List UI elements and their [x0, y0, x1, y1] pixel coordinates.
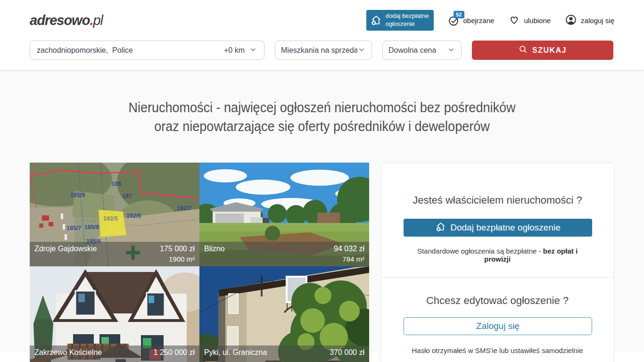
- header: adresowo.pl dodaj bezpłatne ogłosz: [30, 0, 614, 41]
- add-listing-label: dodaj bezpłatne ogłoszenie: [386, 12, 429, 28]
- listing-card[interactable]: Blizno 94 032 zł 784 m²: [199, 163, 369, 266]
- map-plot-label: 185/7: [66, 225, 81, 231]
- map-plot-label: 186: [111, 181, 121, 187]
- hero: Nieruchomości - najwięcej ogłoszeń nieru…: [30, 70, 614, 136]
- favorites-link[interactable]: ulubione: [508, 14, 551, 27]
- top-bar: adresowo.pl dodaj bezpłatne ogłosz: [0, 0, 644, 70]
- viewed-link[interactable]: 52 obejrzane: [448, 15, 495, 26]
- category-value: Mieszkania na sprzedaż: [281, 46, 357, 55]
- chevron-down-icon: [447, 45, 455, 56]
- viewed-count-badge: 52: [454, 11, 464, 18]
- login-link[interactable]: zaloguj się: [565, 14, 614, 27]
- header-actions: dodaj bezpłatne ogłoszenie 52 obejrzane: [366, 10, 614, 31]
- chevron-down-icon: [357, 45, 366, 56]
- check-circle-icon: 52: [448, 15, 460, 26]
- add-listing-panel-button[interactable]: Dodaj bezpłatne ogłoszenie: [404, 219, 592, 237]
- logo-tld: pl: [93, 13, 103, 28]
- listing-area: 784 m²: [204, 254, 364, 264]
- listing-caption: Pyki, ul. Graniczna 370 000 zł: [199, 346, 369, 362]
- radius-value: +0 km: [224, 46, 245, 55]
- page-body: Nieruchomości - najwięcej ogłoszeń nieru…: [0, 70, 644, 352]
- listing-card[interactable]: Pyki, ul. Graniczna 370 000 zł: [199, 266, 369, 362]
- login-label: zaloguj się: [581, 16, 614, 25]
- user-icon: [565, 14, 577, 27]
- house-add-icon: [435, 221, 446, 235]
- heart-icon: [508, 14, 520, 27]
- price-value: Dowolna cena: [388, 46, 436, 55]
- location-field: +0 km: [30, 41, 264, 60]
- map-plot-label: 192/5: [103, 215, 118, 222]
- radius-select[interactable]: +0 km: [224, 45, 257, 56]
- listing-caption: Blizno 94 032 zł 784 m²: [199, 242, 369, 266]
- listing-name: Pyki, ul. Graniczna: [204, 347, 267, 358]
- logo-text: adresowo: [30, 13, 90, 28]
- listing-price: 94 032 zł: [334, 243, 364, 254]
- search-button[interactable]: SZUKAJ: [472, 41, 613, 60]
- house-add-icon: [370, 14, 382, 26]
- search-button-label: SZUKAJ: [532, 46, 567, 55]
- owner-panel: Jesteś właścicielem nieruchomości ? Doda…: [380, 163, 614, 362]
- listings-grid: 186 187 185/9 192/6 192/5 185/7 185/8 18…: [30, 163, 369, 362]
- listing-name: Zakrzewo Kościelne: [34, 347, 102, 358]
- listing-area: 1900 m²: [34, 254, 195, 264]
- chevron-down-icon: [249, 45, 257, 56]
- price-select[interactable]: Dowolna cena: [382, 41, 462, 60]
- password-note: Hasło otrzymałeś w SMS'ie lub ustawiłeś …: [404, 346, 591, 354]
- login-panel-label: Zaloguj się: [476, 321, 520, 331]
- free-listing-note: Standardowe ogłoszenia są bezpłatne - be…: [404, 247, 591, 263]
- location-input[interactable]: [37, 46, 220, 55]
- search-bar: +0 km Mieszkania na sprzedaż Dowolna cen…: [30, 41, 614, 70]
- listing-price: 175 000 zł: [160, 243, 195, 254]
- listing-price: 1 250 000 zł: [154, 347, 195, 358]
- viewed-label: obejrzane: [463, 16, 495, 25]
- site-logo[interactable]: adresowo.pl: [30, 13, 103, 28]
- page-title: Nieruchomości - najwięcej ogłoszeń nieru…: [59, 98, 585, 136]
- edit-panel-title: Chcesz edytować ogłoszenie ?: [404, 295, 591, 307]
- listing-card[interactable]: 186 187 185/9 192/6 192/5 185/7 185/8 18…: [30, 163, 199, 266]
- listing-name: Blizno: [204, 243, 225, 254]
- favorites-label: ulubione: [524, 16, 551, 25]
- category-select[interactable]: Mieszkania na sprzedaż: [275, 41, 372, 60]
- listing-card[interactable]: Zakrzewo Kościelne 1 250 000 zł: [30, 266, 199, 362]
- search-icon: [519, 45, 528, 56]
- map-plot-label: 192/6: [126, 213, 141, 219]
- listing-name: Zdroje Gajdowskie: [34, 243, 97, 254]
- add-listing-header-button[interactable]: dodaj bezpłatne ogłoszenie: [366, 10, 434, 31]
- listing-caption: Zdroje Gajdowskie 175 000 zł 1900 m²: [30, 242, 199, 266]
- listing-price: 370 000 zł: [330, 347, 364, 358]
- login-panel-button[interactable]: Zaloguj się: [404, 317, 592, 335]
- owner-panel-title: Jesteś właścicielem nieruchomości ?: [404, 194, 591, 206]
- listing-caption: Zakrzewo Kościelne 1 250 000 zł: [30, 346, 199, 362]
- map-plot-label: 185/8: [84, 224, 99, 230]
- map-plot-label: 192/7: [177, 205, 191, 212]
- map-plot-label: 185/9: [70, 192, 85, 198]
- map-plot-label: 187: [122, 193, 132, 199]
- add-listing-panel-label: Dodaj bezpłatne ogłoszenie: [450, 222, 560, 233]
